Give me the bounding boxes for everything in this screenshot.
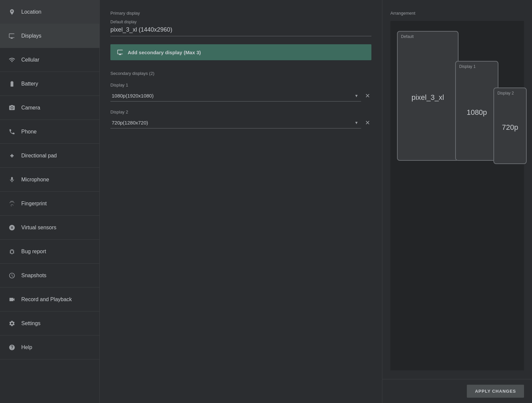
primary-display-title: Primary display xyxy=(110,11,371,16)
sidebar-item-cellular[interactable]: Cellular xyxy=(0,48,99,72)
sidebar-item-label-directional-pad: Directional pad xyxy=(21,153,57,159)
sidebar-item-label-virtual-sensors: Virtual sensors xyxy=(21,225,57,231)
display-1-block: Display 1 480p(720x480) 1080p(1920x1080)… xyxy=(110,83,371,101)
camera-icon xyxy=(8,104,16,112)
sidebar-item-microphone[interactable]: Microphone xyxy=(0,168,99,192)
sidebar-item-label-battery: Battery xyxy=(21,81,38,87)
right-panel: Arrangement Defaultpixel_3_xlDisplay 110… xyxy=(382,0,532,403)
settings-icon xyxy=(8,319,16,327)
sidebar-item-snapshots[interactable]: Snapshots xyxy=(0,264,99,288)
snapshots-icon xyxy=(8,272,16,280)
bug-icon xyxy=(8,248,16,256)
arrangement-device-display2: Display 2720p xyxy=(493,88,527,164)
default-display-label: Default display xyxy=(110,20,371,24)
sidebar-item-displays[interactable]: Displays xyxy=(0,24,99,48)
arrangement-device-name-display1: 1080p xyxy=(464,108,489,117)
arrangement-device-display1: Display 11080p xyxy=(455,61,498,161)
sidebar-item-phone[interactable]: Phone xyxy=(0,120,99,144)
fingerprint-icon xyxy=(8,200,16,208)
display-2-remove-button[interactable]: ✕ xyxy=(364,118,371,128)
phone-icon xyxy=(8,128,16,136)
sidebar-item-battery[interactable]: Battery xyxy=(0,72,99,96)
display-1-row: 480p(720x480) 1080p(1920x1080) 720p(1280… xyxy=(110,90,371,101)
record-icon xyxy=(8,296,16,303)
default-display-value: pixel_3_xl (1440x2960) xyxy=(110,26,371,36)
sidebar-item-record-playback[interactable]: Record and Playback xyxy=(0,288,99,311)
display-1-select-wrapper: 480p(720x480) 1080p(1920x1080) 720p(1280… xyxy=(110,90,361,101)
displays-icon xyxy=(8,32,16,40)
secondary-displays-section: Secondary displays (2) Display 1 480p(72… xyxy=(110,71,371,128)
display-2-select-wrapper: 480p(720x480) 720p(1280x720) 1080p(1920x… xyxy=(110,117,361,128)
bottom-bar: APPLY CHANGES xyxy=(382,379,532,403)
sidebar-item-label-snapshots: Snapshots xyxy=(21,273,47,279)
display-2-select[interactable]: 480p(720x480) 720p(1280x720) 1080p(1920x… xyxy=(110,117,361,128)
sidebar-item-label-bug-report: Bug report xyxy=(21,249,46,255)
sidebar-item-label-phone: Phone xyxy=(21,129,37,135)
secondary-displays-title: Secondary displays (2) xyxy=(110,71,371,76)
primary-display-section: Primary display Default display pixel_3_… xyxy=(110,11,371,36)
sidebar-item-label-microphone: Microphone xyxy=(21,177,49,183)
microphone-icon xyxy=(8,176,16,184)
sidebar-item-bug-report[interactable]: Bug report xyxy=(0,240,99,264)
sidebar-item-fingerprint[interactable]: Fingerprint xyxy=(0,192,99,216)
virtual-sensors-icon xyxy=(8,224,16,232)
arrangement-device-default: Defaultpixel_3_xl xyxy=(397,31,459,161)
battery-icon xyxy=(8,80,16,88)
arrangement-device-label-display1: Display 1 xyxy=(459,64,475,69)
location-icon xyxy=(8,8,16,16)
display-2-block: Display 2 480p(720x480) 720p(1280x720) 1… xyxy=(110,109,371,128)
arrangement-device-name-default: pixel_3_xl xyxy=(409,93,447,102)
display-1-remove-button[interactable]: ✕ xyxy=(364,91,371,101)
sidebar: LocationDisplaysCellularBatteryCameraPho… xyxy=(0,0,100,403)
arrangement-device-label-display2: Display 2 xyxy=(497,91,514,96)
sidebar-item-label-location: Location xyxy=(21,9,42,15)
sidebar-item-settings[interactable]: Settings xyxy=(0,311,99,335)
sidebar-item-help[interactable]: Help xyxy=(0,335,99,359)
arrangement-title: Arrangement xyxy=(390,11,524,16)
add-secondary-display-button[interactable]: Add secondary display (Max 3) xyxy=(110,44,371,60)
arrangement-canvas: Defaultpixel_3_xlDisplay 11080pDisplay 2… xyxy=(390,21,524,370)
help-icon xyxy=(8,343,16,351)
sidebar-item-label-displays: Displays xyxy=(21,33,41,39)
sidebar-item-label-cellular: Cellular xyxy=(21,57,39,63)
sidebar-item-directional-pad[interactable]: Directional pad xyxy=(0,144,99,168)
left-panel: Primary display Default display pixel_3_… xyxy=(100,0,382,403)
sidebar-item-camera[interactable]: Camera xyxy=(0,96,99,120)
dpad-icon xyxy=(8,152,16,160)
add-display-icon xyxy=(117,49,124,56)
arrangement-device-name-display2: 720p xyxy=(499,123,521,132)
sidebar-item-label-camera: Camera xyxy=(21,105,40,111)
display-2-label: Display 2 xyxy=(110,109,371,114)
sidebar-item-virtual-sensors[interactable]: Virtual sensors xyxy=(0,216,99,240)
arrangement-device-label-default: Default xyxy=(401,34,414,39)
sidebar-item-label-help: Help xyxy=(21,344,32,350)
display-1-label: Display 1 xyxy=(110,83,371,88)
display-1-select[interactable]: 480p(720x480) 1080p(1920x1080) 720p(1280… xyxy=(110,90,361,101)
display-2-row: 480p(720x480) 720p(1280x720) 1080p(1920x… xyxy=(110,117,371,128)
add-secondary-display-label: Add secondary display (Max 3) xyxy=(128,50,201,55)
sidebar-item-label-fingerprint: Fingerprint xyxy=(21,201,47,207)
cellular-icon xyxy=(8,56,16,64)
sidebar-item-label-settings: Settings xyxy=(21,320,41,326)
apply-changes-button[interactable]: APPLY CHANGES xyxy=(467,385,524,398)
main-content: Primary display Default display pixel_3_… xyxy=(100,0,532,403)
sidebar-item-label-record-playback: Record and Playback xyxy=(21,297,72,302)
sidebar-item-location[interactable]: Location xyxy=(0,0,99,24)
